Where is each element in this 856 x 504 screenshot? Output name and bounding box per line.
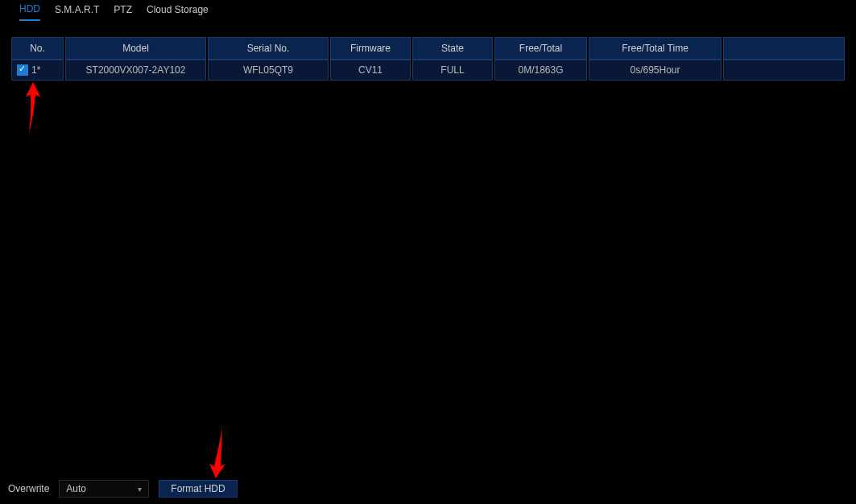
hdd-table: No. Model Serial No. Firmware State Free… [10,37,846,81]
arrow-annotation-bottom [206,425,230,481]
bottom-bar: Overwrite Auto ▾ Format HDD [8,480,238,498]
cell-state: FULL [412,60,493,81]
header-model: Model [65,37,206,60]
cell-no: 1* [11,60,64,81]
table-row[interactable]: 1* ST2000VX007-2AY102 WFL05QT9 CV11 FULL… [11,60,845,81]
tab-ptz[interactable]: PTZ [114,4,132,20]
header-no: No. [11,37,64,60]
cell-model: ST2000VX007-2AY102 [65,60,206,81]
chevron-down-icon: ▾ [138,485,142,494]
overwrite-select[interactable]: Auto ▾ [59,480,149,498]
header-free-total-time: Free/Total Time [589,37,722,60]
tab-smart[interactable]: S.M.A.R.T [55,4,99,20]
cell-serial: WFL05QT9 [208,60,329,81]
row-checkbox[interactable] [17,64,28,76]
header-firmware: Firmware [330,37,411,60]
overwrite-label: Overwrite [8,483,49,494]
tab-cloud-storage[interactable]: Cloud Storage [147,4,209,20]
header-serial: Serial No. [208,37,329,60]
arrow-annotation-top [21,81,45,137]
header-state: State [412,37,493,60]
row-no-label: 1* [31,64,40,76]
tab-hdd[interactable]: HDD [19,3,40,21]
cell-free-total: 0M/1863G [494,60,587,81]
cell-free-total-time: 0s/695Hour [589,60,722,81]
tab-bar: HDD S.M.A.R.T PTZ Cloud Storage [0,0,856,24]
format-hdd-button[interactable]: Format HDD [159,480,237,498]
header-free-total: Free/Total [494,37,587,60]
table-header-row: No. Model Serial No. Firmware State Free… [11,37,845,60]
hdd-table-container: No. Model Serial No. Firmware State Free… [10,37,846,81]
overwrite-value: Auto [66,483,86,494]
header-empty [723,37,845,60]
cell-firmware: CV11 [330,60,411,81]
cell-empty [723,60,845,81]
